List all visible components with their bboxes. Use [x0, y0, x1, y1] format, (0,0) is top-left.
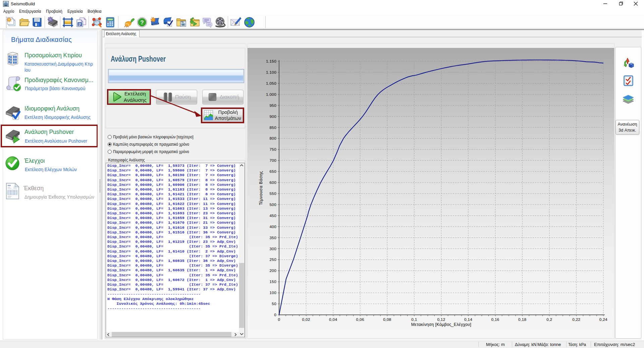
svg-text:0,16: 0,16: [491, 317, 499, 322]
svg-text:?: ?: [140, 19, 144, 26]
svg-text:600: 600: [269, 180, 276, 185]
svg-text:Τέμνουσα Βάσης: Τέμνουσα Βάσης: [259, 171, 263, 205]
svg-text:650: 650: [269, 169, 276, 174]
svg-text:0: 0: [278, 317, 280, 322]
svg-text:0: 0: [274, 312, 276, 317]
svg-text:50: 50: [272, 301, 276, 306]
svg-text:0,08: 0,08: [383, 317, 391, 322]
svg-text:900: 900: [269, 114, 276, 119]
svg-text:0,1: 0,1: [411, 317, 417, 322]
svg-text:700: 700: [269, 158, 276, 163]
svg-text:450: 450: [269, 213, 276, 218]
svg-text:1.000: 1.000: [266, 92, 276, 97]
svg-text:0,04: 0,04: [329, 317, 337, 322]
svg-text:0,2: 0,2: [546, 317, 552, 322]
svg-text:0,02: 0,02: [302, 317, 310, 322]
svg-text:1.100: 1.100: [266, 70, 276, 75]
svg-text:100: 100: [269, 290, 276, 295]
svg-text:350: 350: [269, 235, 276, 240]
svg-text:0,18: 0,18: [518, 317, 526, 322]
svg-text:800: 800: [269, 136, 276, 141]
svg-text:950: 950: [269, 103, 276, 108]
svg-text:1.050: 1.050: [266, 81, 276, 86]
svg-text:0,06: 0,06: [356, 317, 364, 322]
svg-text:0,14: 0,14: [464, 317, 472, 322]
svg-text:250: 250: [269, 257, 276, 262]
svg-text:150: 150: [269, 279, 276, 284]
svg-text:0,12: 0,12: [437, 317, 445, 322]
svg-text:Μετακίνηση [Κόμβος_Ελέγχου]: Μετακίνηση [Κόμβος_Ελέγχου]: [411, 322, 471, 327]
svg-text:200: 200: [269, 268, 276, 273]
svg-text:500: 500: [269, 202, 276, 207]
svg-text:400: 400: [269, 224, 276, 229]
svg-text:750: 750: [269, 147, 276, 152]
svg-text:300: 300: [269, 247, 276, 251]
svg-text:0,22: 0,22: [572, 317, 580, 322]
svg-text:1.150: 1.150: [266, 59, 276, 64]
svg-text:550: 550: [269, 191, 276, 196]
svg-text:850: 850: [269, 125, 276, 130]
svg-text:0,24: 0,24: [599, 317, 607, 322]
